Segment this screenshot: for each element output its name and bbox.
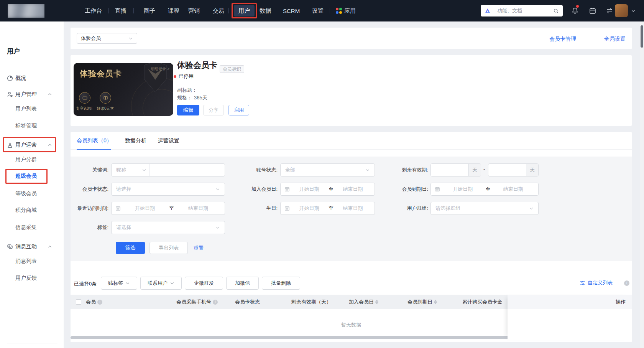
tag-select[interactable]: 请选择 xyxy=(111,221,225,234)
sort-icon[interactable] xyxy=(434,300,437,304)
sidebar-item-label: 标签管理 xyxy=(15,122,37,129)
global-settings-link[interactable]: 全局设置 xyxy=(604,36,626,43)
contact-user-dropdown-button[interactable]: 联系用户 xyxy=(140,277,182,290)
switch-account-icon[interactable] xyxy=(606,7,613,15)
filter-submit-button[interactable]: 筛选 xyxy=(116,242,145,254)
sidebar-item-overview[interactable]: 概况 xyxy=(0,72,64,85)
sidebar-item-user-feedback[interactable]: 用户反馈 xyxy=(0,272,64,285)
account-status-label: 账号状态: xyxy=(230,163,278,176)
card-detail-record-link[interactable]: 明细记录 > xyxy=(151,66,169,72)
app-logo[interactable] xyxy=(8,4,44,18)
last-visit-range-picker[interactable]: 开始日期 至 结束日期 xyxy=(111,202,225,215)
nav-item-user[interactable]: 用户 xyxy=(234,5,255,16)
calendar-icon[interactable] xyxy=(589,7,596,15)
date-to-label: 至 xyxy=(329,186,334,193)
member-card-art[interactable]: 体验会员卡 明细记录 > 专享9.0折 好课0元学 xyxy=(74,63,173,116)
user-group-placeholder: 请选择群组 xyxy=(435,205,460,212)
sidebar-item-label: 用户列表 xyxy=(15,106,37,112)
member-card-select[interactable]: 体验会员 xyxy=(77,33,137,44)
account-status-select[interactable]: 全部 xyxy=(280,163,375,176)
info-icon[interactable]: i xyxy=(97,300,102,305)
column-label: 会员卡状态 xyxy=(235,299,260,305)
tab-data-analysis[interactable]: 数据分析 xyxy=(125,132,146,150)
add-wechat-button[interactable]: 加微信 xyxy=(226,277,259,290)
enable-button[interactable]: 启用 xyxy=(228,105,249,115)
column-header-action: 操作 xyxy=(508,295,632,309)
card-art-title: 体验会员卡 xyxy=(80,68,122,79)
sidebar-item-user-segment[interactable]: 用户分群 xyxy=(0,153,64,166)
nav-item-scrm[interactable]: SCRM xyxy=(283,0,300,21)
nav-item-live[interactable]: 直播 xyxy=(115,0,127,21)
member-card-management-link[interactable]: 会员卡管理 xyxy=(549,36,576,43)
sidebar-footer-divider xyxy=(7,343,58,343)
remaining-validity-max-field: 天 xyxy=(488,163,539,176)
nav-divider xyxy=(108,8,109,13)
card-status-select[interactable]: 请选择 xyxy=(111,183,225,196)
card-status-label: 会员卡状态: xyxy=(58,183,108,196)
nav-item-trade[interactable]: 交易 xyxy=(213,0,224,21)
remaining-validity-max-input[interactable] xyxy=(488,164,526,176)
nav-item-settings[interactable]: 设置 xyxy=(312,0,324,21)
avatar[interactable] xyxy=(615,4,628,17)
column-header-expire-date[interactable]: 会员到期日 xyxy=(407,295,437,309)
nav-item-workbench[interactable]: 工作台 xyxy=(85,0,102,21)
wecom-group-send-button[interactable]: 企微群发 xyxy=(185,277,223,290)
sidebar-item-points-mall[interactable]: 积分商城 xyxy=(0,204,64,217)
search-icon[interactable] xyxy=(553,8,559,14)
vertical-scrollbar-thumb[interactable] xyxy=(641,25,643,48)
sidebar-item-label: 消息列表 xyxy=(15,258,37,265)
info-icon[interactable]: i xyxy=(213,300,218,305)
keyword-label: 关键词: xyxy=(58,163,108,176)
sidebar-divider xyxy=(7,64,58,64)
horizontal-scrollbar-thumb[interactable] xyxy=(71,336,511,339)
nav-item-marketing[interactable]: 营销 xyxy=(188,0,200,21)
sidebar-item-super-member[interactable]: 超级会员 xyxy=(0,170,64,183)
chevron-down-icon[interactable] xyxy=(631,8,636,13)
remaining-validity-min-input[interactable] xyxy=(431,164,468,176)
day-unit-addon: 天 xyxy=(468,164,481,176)
birthday-label: 生日: xyxy=(230,202,278,215)
global-search-input[interactable]: 功能、文档 xyxy=(481,5,563,16)
sidebar-item-level-member[interactable]: 等级会员 xyxy=(0,187,64,200)
birthday-range-picker[interactable]: 开始日期 至 结束日期 xyxy=(280,202,375,215)
sort-icon[interactable] xyxy=(375,300,378,304)
keyword-field-select[interactable]: 昵称 xyxy=(112,164,150,176)
sidebar-item-label: 积分商城 xyxy=(15,207,37,214)
batch-delete-button[interactable]: 批量删除 xyxy=(262,277,300,290)
sidebar-group-message-interaction[interactable]: 消息互动 xyxy=(0,240,64,253)
share-button[interactable]: 分享 xyxy=(203,105,224,115)
add-tag-dropdown-button[interactable]: 贴标签 xyxy=(101,277,137,290)
brand-search-logo-icon xyxy=(485,8,491,14)
nav-item-apps[interactable]: 应用 xyxy=(336,0,356,21)
user-group-select[interactable]: 请选择群组 xyxy=(430,202,539,215)
nav-item-course[interactable]: 课程 xyxy=(168,0,179,21)
notification-bell-icon[interactable] xyxy=(571,7,579,15)
keyword-input[interactable] xyxy=(150,164,225,176)
sidebar-item-user-list[interactable]: 用户列表 xyxy=(0,102,64,115)
expire-date-range-picker[interactable]: 开始日期 至 结束日期 xyxy=(430,183,539,196)
sidebar-item-tag-management[interactable]: 标签管理 xyxy=(0,119,64,132)
sidebar-item-label: 用户反馈 xyxy=(15,275,37,282)
search-divider xyxy=(494,8,494,14)
active-tab-underline xyxy=(77,149,111,150)
join-date-range-picker[interactable]: 开始日期 至 结束日期 xyxy=(280,183,375,196)
export-list-button[interactable]: 导出列表 xyxy=(150,242,188,254)
column-header-card-status: 会员卡状态 xyxy=(235,295,260,309)
reset-button[interactable]: 重置 xyxy=(194,245,204,252)
sidebar-item-info-collect[interactable]: 信息采集 xyxy=(0,221,64,234)
sidebar-item-message-list[interactable]: 消息列表 xyxy=(0,255,64,268)
sidebar-group-user-operation[interactable]: 用户运营 xyxy=(0,139,64,152)
column-header-join-date[interactable]: 加入会员日 xyxy=(349,295,378,309)
nav-item-data[interactable]: 数据 xyxy=(260,0,271,21)
tab-member-list[interactable]: 会员列表（0） xyxy=(77,132,112,150)
date-to-label: 至 xyxy=(329,205,334,212)
edit-button[interactable]: 编辑 xyxy=(177,105,199,115)
select-all-checkbox[interactable] xyxy=(76,299,81,305)
customize-info-icon[interactable]: i xyxy=(624,280,629,286)
tab-operation-settings[interactable]: 运营设置 xyxy=(158,132,179,150)
sidebar-group-user-management[interactable]: 用户管理 xyxy=(0,88,64,101)
customize-columns-button[interactable]: 自定义列表 xyxy=(580,279,613,286)
spec-value: 365天 xyxy=(194,94,207,101)
nav-item-circle[interactable]: 圈子 xyxy=(144,0,155,21)
sidebar-item-label: 超级会员 xyxy=(15,173,37,180)
